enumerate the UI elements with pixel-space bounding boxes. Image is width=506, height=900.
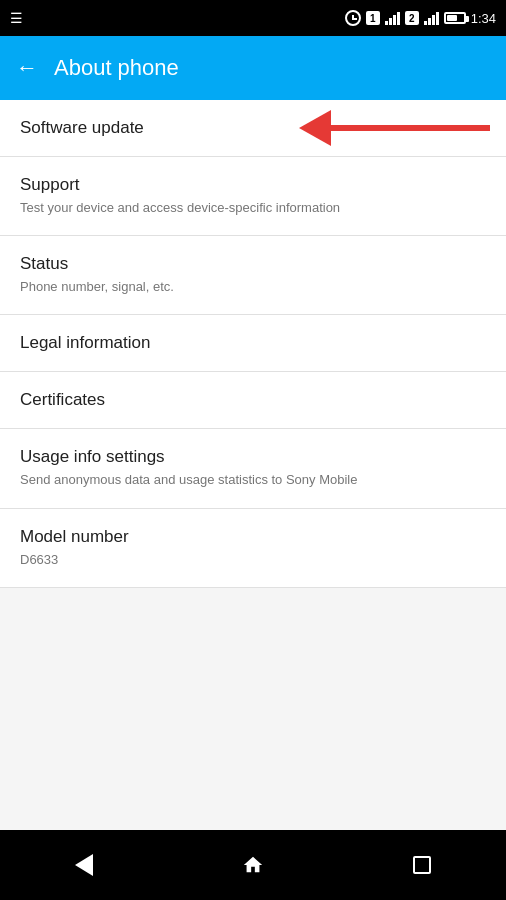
status-right: 1 2 1:34: [345, 10, 496, 26]
signal1-icon: [385, 11, 400, 25]
menu-item-title-support: Support: [20, 175, 486, 195]
menu-item-legal-information[interactable]: Legal information: [0, 315, 506, 372]
menu-item-usage-info-settings[interactable]: Usage info settingsSend anonymous data a…: [0, 429, 506, 508]
annotation-arrow: [299, 110, 490, 146]
menu-item-title-model-number: Model number: [20, 527, 486, 547]
app-header: ← About phone: [0, 36, 506, 100]
menu-item-software-update[interactable]: Software update: [0, 100, 506, 157]
notification-icon: ☰: [10, 10, 23, 26]
menu-list: Software updateSupportTest your device a…: [0, 100, 506, 588]
back-button[interactable]: ←: [16, 55, 38, 81]
nav-bar: [0, 830, 506, 900]
menu-item-model-number[interactable]: Model numberD6633: [0, 509, 506, 588]
annotation-arrow-line: [330, 125, 490, 131]
page-title: About phone: [54, 55, 179, 81]
menu-item-title-certificates: Certificates: [20, 390, 486, 410]
menu-item-certificates[interactable]: Certificates: [0, 372, 506, 429]
recents-icon: [413, 856, 431, 874]
status-time: 1:34: [471, 11, 496, 26]
sim1-badge: 1: [366, 11, 380, 25]
back-nav-button[interactable]: [62, 843, 106, 887]
signal2-icon: [424, 11, 439, 25]
home-icon: [242, 854, 264, 876]
menu-item-subtitle-model-number: D6633: [20, 551, 486, 569]
status-left: ☰: [10, 10, 23, 26]
battery-icon: [444, 12, 466, 24]
menu-item-title-legal-information: Legal information: [20, 333, 486, 353]
menu-item-support[interactable]: SupportTest your device and access devic…: [0, 157, 506, 236]
menu-item-status[interactable]: StatusPhone number, signal, etc.: [0, 236, 506, 315]
recents-nav-button[interactable]: [400, 843, 444, 887]
home-nav-button[interactable]: [231, 843, 275, 887]
back-nav-icon: [75, 854, 93, 876]
annotation-arrow-head: [299, 110, 331, 146]
menu-item-subtitle-support: Test your device and access device-speci…: [20, 199, 486, 217]
menu-item-subtitle-usage-info-settings: Send anonymous data and usage statistics…: [20, 471, 486, 489]
menu-item-title-status: Status: [20, 254, 486, 274]
clock-icon: [345, 10, 361, 26]
status-bar: ☰ 1 2 1:34: [0, 0, 506, 36]
menu-item-subtitle-status: Phone number, signal, etc.: [20, 278, 486, 296]
sim2-badge: 2: [405, 11, 419, 25]
menu-item-title-usage-info-settings: Usage info settings: [20, 447, 486, 467]
